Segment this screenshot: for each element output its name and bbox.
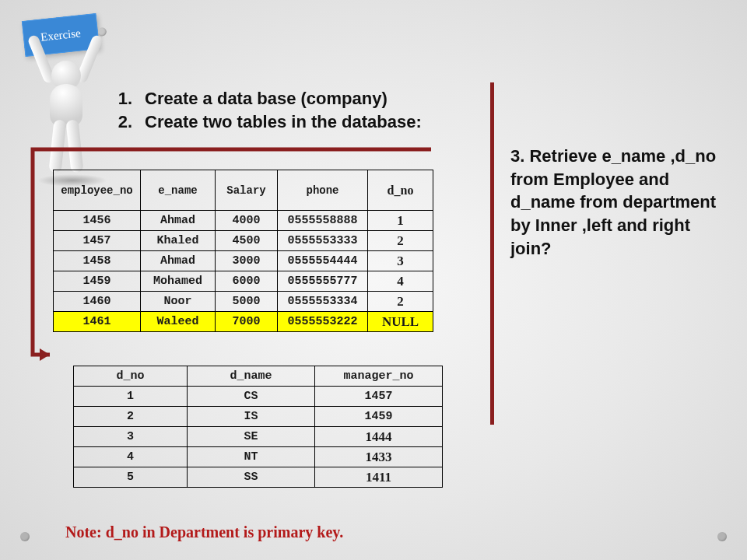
col-e-name: e_name	[141, 170, 216, 211]
cell: NT	[188, 447, 315, 467]
table-header-row: employee_no e_name Salary phone d_no	[54, 170, 433, 211]
cell: 2	[74, 407, 188, 427]
corner-dot-icon	[717, 532, 727, 541]
cell: 1	[368, 211, 433, 231]
cell: 1456	[54, 211, 141, 231]
list-number: 1.	[109, 87, 132, 110]
table-header-row: d_no d_name manager_no	[74, 366, 443, 387]
table-row: 1461Waleed70000555553222NULL	[54, 312, 433, 332]
list-text: Create two tables in the database:	[145, 110, 422, 134]
table-row: 1456Ahmad400005555588881	[54, 211, 433, 231]
cell: Ahmad	[141, 251, 216, 271]
cell: 2	[368, 231, 433, 251]
cell: Waleed	[141, 312, 216, 332]
list-text: Create a data base (company)	[145, 87, 388, 110]
table-row: 1459Mohamed600005555557774	[54, 271, 433, 292]
col-salary: Salary	[216, 170, 278, 211]
table-row: 1460Noor500005555533342	[54, 292, 433, 312]
cell: 1461	[54, 312, 141, 332]
table-row: 4NT1433	[74, 447, 443, 467]
cell: 4	[368, 271, 433, 292]
vertical-divider	[490, 82, 494, 425]
cell: 1459	[54, 271, 141, 292]
cell: IS	[188, 407, 315, 427]
table-row: 1457Khaled450005555533332	[54, 231, 433, 251]
cell: 0555553333	[278, 231, 368, 251]
col-employee-no: employee_no	[54, 170, 141, 211]
cell: Ahmad	[141, 211, 216, 231]
mascot-leg	[48, 119, 66, 173]
mascot-leg	[65, 119, 83, 173]
cell: NULL	[368, 312, 433, 332]
cell: 4000	[216, 211, 278, 231]
instruction-list: 1. Create a data base (company) 2. Creat…	[109, 87, 482, 133]
table-row: 1CS1457	[74, 387, 443, 407]
cell: 3000	[216, 251, 278, 271]
cell: 1	[74, 387, 188, 407]
cell: 3	[368, 251, 433, 271]
cell: Noor	[141, 292, 216, 312]
cell: 1459	[315, 407, 443, 427]
cell: 0555554444	[278, 251, 368, 271]
cell: Mohamed	[141, 271, 216, 292]
table-row: 3SE1444	[74, 427, 443, 447]
note-text: Note: d_no in Department is primary key.	[65, 523, 343, 541]
cell: 1444	[315, 427, 443, 447]
cell: 6000	[216, 271, 278, 292]
cell: 5000	[216, 292, 278, 312]
cell: 3	[74, 427, 188, 447]
table-row: 2IS1459	[74, 407, 443, 427]
cell: 0555558888	[278, 211, 368, 231]
col-d-no: d_no	[368, 170, 433, 211]
employee-table: employee_no e_name Salary phone d_no 145…	[53, 170, 433, 332]
col-phone: phone	[278, 170, 368, 211]
list-number: 2.	[109, 110, 132, 134]
cell: 1460	[54, 292, 141, 312]
col-d-name: d_name	[188, 366, 315, 387]
cell: Khaled	[141, 231, 216, 251]
cell: 4500	[216, 231, 278, 251]
cell: CS	[188, 387, 315, 407]
cell: 0555553334	[278, 292, 368, 312]
cell: 2	[368, 292, 433, 312]
question-3: 3. Retrieve e_name ,d_no from Employee a…	[510, 145, 728, 260]
col-manager-no: manager_no	[315, 366, 443, 387]
table-row: 5SS1411	[74, 467, 443, 488]
cell: 1433	[315, 447, 443, 467]
cell: SE	[188, 427, 315, 447]
cell: 1411	[315, 467, 443, 488]
table-row: 1458Ahmad300005555544443	[54, 251, 433, 271]
cell: SS	[188, 467, 315, 488]
cell: 1457	[54, 231, 141, 251]
department-table: d_no d_name manager_no 1CS14572IS14593SE…	[73, 366, 443, 488]
cell: 5	[74, 467, 188, 488]
corner-dot-icon	[20, 532, 30, 541]
cell: 4	[74, 447, 188, 467]
cell: 0555553222	[278, 312, 368, 332]
col-d-no: d_no	[74, 366, 188, 387]
cell: 7000	[216, 312, 278, 332]
cell: 0555555777	[278, 271, 368, 292]
cell: 1458	[54, 251, 141, 271]
cell: 1457	[315, 387, 443, 407]
